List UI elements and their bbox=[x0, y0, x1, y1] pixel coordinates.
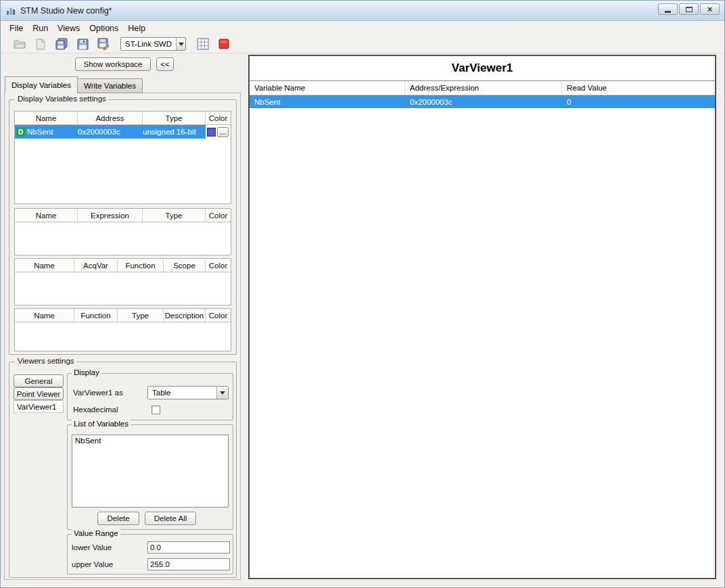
column-header-function[interactable]: Function bbox=[118, 259, 164, 272]
new-config-button[interactable] bbox=[32, 36, 49, 52]
save-config-button[interactable] bbox=[74, 36, 91, 52]
show-workspace-button[interactable]: Show workspace bbox=[75, 57, 151, 71]
column-header-acqvar[interactable]: AcqVar bbox=[74, 259, 118, 272]
column-header-type[interactable]: Type bbox=[143, 112, 206, 124]
column-header-description[interactable]: Description bbox=[164, 309, 206, 322]
record-stop-button[interactable] bbox=[216, 36, 232, 52]
delete-button[interactable]: Delete bbox=[97, 512, 139, 525]
column-header-scope[interactable]: Scope bbox=[164, 259, 206, 272]
hexadecimal-checkbox[interactable] bbox=[151, 406, 160, 414]
toolbar: ST-Link SWD bbox=[1, 35, 724, 53]
list-item[interactable]: NbSent bbox=[72, 435, 228, 446]
group-title: Viewers settings bbox=[15, 357, 77, 365]
column-header-function[interactable]: Function bbox=[74, 309, 118, 322]
maximize-button[interactable] bbox=[679, 3, 699, 15]
tab-write-variables[interactable]: Write Variables bbox=[77, 78, 143, 93]
group-title: Display Variables settings bbox=[15, 95, 109, 103]
value-range-subgroup: Value Range lower Value upper Value bbox=[67, 534, 233, 574]
column-header-color[interactable]: Color bbox=[206, 209, 231, 222]
app-icon bbox=[5, 5, 16, 16]
hexadecimal-label: Hexadecimal bbox=[73, 406, 118, 414]
column-header-address[interactable]: Address bbox=[78, 112, 143, 124]
save-as-icon bbox=[97, 38, 110, 50]
column-header-type[interactable]: Type bbox=[118, 309, 164, 322]
viewers-settings-group: Viewers settings General Point Viewer Va… bbox=[9, 362, 237, 578]
varviewer-as-select[interactable]: Table bbox=[147, 386, 229, 399]
table-header-row: Name AcqVar Function Scope Color bbox=[15, 259, 231, 272]
table-header-row: Name Function Type Description Color bbox=[15, 309, 231, 322]
color-swatch[interactable] bbox=[207, 128, 216, 137]
table-grid-icon bbox=[197, 38, 209, 50]
variables-listbox[interactable]: NbSent bbox=[72, 435, 229, 508]
open-config-button[interactable] bbox=[11, 36, 28, 52]
variable-name: NbSent bbox=[27, 128, 53, 136]
column-header-color[interactable]: Color bbox=[206, 309, 231, 322]
table-header-row: Name Expression Type Color bbox=[15, 209, 231, 222]
list-of-variables-subgroup: List of Variables NbSent Delete Delete A… bbox=[67, 424, 233, 530]
varviewer-as-value: Table bbox=[148, 387, 216, 399]
column-header-name[interactable]: Name bbox=[15, 309, 74, 322]
column-header-color[interactable]: Color bbox=[206, 259, 231, 272]
table-header-row: Name Address Type Color bbox=[15, 112, 231, 125]
varviewer-pane: VarViewer1 Variable Name Address/Express… bbox=[248, 55, 716, 579]
table-row[interactable]: D NbSent 0x2000003c unsigned 16-bit ... bbox=[15, 125, 231, 139]
open-folder-icon bbox=[14, 39, 26, 49]
probe-select-value: ST-Link SWD bbox=[121, 38, 176, 50]
varviewer-as-label: VarViewer1 as bbox=[73, 389, 123, 397]
maximize-icon bbox=[686, 7, 693, 12]
varviewer-title: VarViewer1 bbox=[250, 56, 715, 81]
menu-file[interactable]: File bbox=[5, 22, 28, 34]
address-variables-table: Name Address Type Color D NbSent 0x20000… bbox=[14, 111, 231, 204]
viewers-grid-button[interactable] bbox=[195, 36, 211, 52]
display-type-badge: D bbox=[16, 128, 25, 137]
close-button[interactable]: × bbox=[700, 3, 720, 15]
column-header-expression[interactable]: Expression bbox=[78, 209, 143, 222]
variable-name: NbSent bbox=[250, 95, 405, 108]
menu-views[interactable]: Views bbox=[53, 22, 85, 34]
color-picker-button[interactable]: ... bbox=[217, 127, 229, 137]
column-header-name[interactable]: Name bbox=[15, 209, 78, 222]
varviewer-row[interactable]: NbSent 0x2000003c 0 bbox=[250, 95, 715, 108]
display-subgroup: Display VarViewer1 as Table Hexadecimal bbox=[67, 373, 233, 420]
viewer-item-varviewer1[interactable]: VarViewer1 bbox=[14, 400, 64, 413]
viewer-item-general[interactable]: General bbox=[14, 374, 64, 387]
chevron-down-icon bbox=[176, 38, 185, 50]
tab-display-variables[interactable]: Display Variables bbox=[5, 76, 78, 93]
column-header-address-expression[interactable]: Address/Expression bbox=[405, 81, 562, 95]
column-header-variable-name[interactable]: Variable Name bbox=[250, 81, 405, 95]
menu-help[interactable]: Help bbox=[123, 22, 150, 34]
chevron-down-icon bbox=[216, 387, 228, 399]
minimize-button[interactable] bbox=[658, 3, 678, 15]
menu-options[interactable]: Options bbox=[85, 22, 123, 34]
menu-run[interactable]: Run bbox=[28, 22, 53, 34]
display-variables-settings-group: Display Variables settings Name Address … bbox=[9, 99, 237, 355]
variable-read-value: 0 bbox=[562, 95, 715, 108]
minimize-icon bbox=[665, 11, 671, 13]
lower-value-input[interactable] bbox=[147, 541, 230, 554]
column-header-type[interactable]: Type bbox=[143, 209, 206, 222]
delete-all-button[interactable]: Delete All bbox=[145, 512, 196, 525]
column-header-name[interactable]: Name bbox=[15, 259, 74, 272]
upper-value-input[interactable] bbox=[147, 558, 230, 570]
record-stop-icon bbox=[218, 39, 229, 49]
column-header-color[interactable]: Color bbox=[206, 112, 231, 124]
subgroup-title: Display bbox=[72, 368, 101, 376]
save-all-button[interactable] bbox=[53, 36, 70, 52]
lower-value-label: lower Value bbox=[72, 543, 112, 552]
variable-address: 0x2000003c bbox=[78, 125, 143, 139]
app-window: STM Studio New config* × File Run Views … bbox=[0, 0, 725, 588]
column-header-read-value[interactable]: Read Value bbox=[562, 81, 715, 95]
function-variables-table: Name Function Type Description Color bbox=[14, 308, 231, 351]
viewer-item-point-viewer[interactable]: Point Viewer bbox=[14, 387, 64, 400]
titlebar: STM Studio New config* × bbox=[1, 1, 724, 21]
column-header-name[interactable]: Name bbox=[15, 112, 78, 124]
new-document-icon bbox=[36, 39, 45, 50]
probe-select[interactable]: ST-Link SWD bbox=[120, 37, 186, 51]
subgroup-title: Value Range bbox=[72, 529, 120, 537]
upper-value-label: upper Value bbox=[72, 560, 113, 568]
save-as-button[interactable] bbox=[95, 36, 112, 52]
selected-row-span: D NbSent 0x2000003c unsigned 16-bit bbox=[15, 125, 206, 139]
collapse-panel-button[interactable]: << bbox=[156, 57, 174, 71]
variable-address: 0x2000003c bbox=[405, 95, 562, 108]
save-icon bbox=[77, 39, 89, 50]
